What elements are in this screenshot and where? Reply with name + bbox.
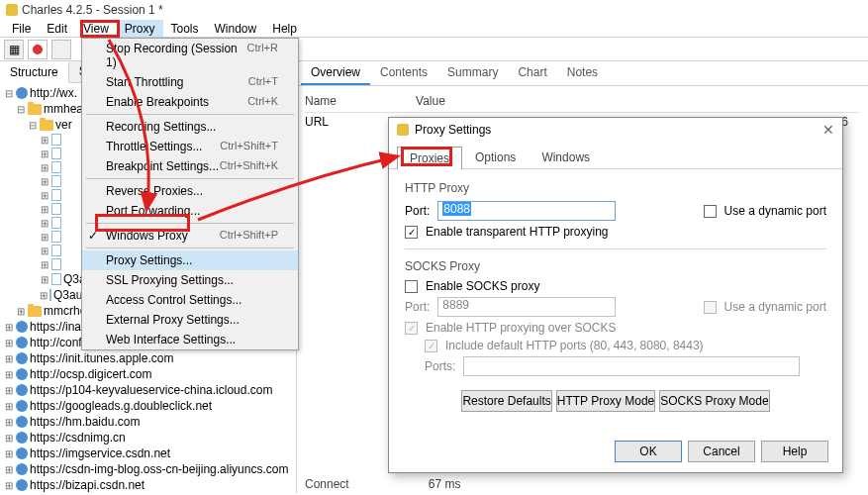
ok-button[interactable]: OK bbox=[615, 441, 682, 462]
tab-windows[interactable]: Windows bbox=[529, 146, 603, 168]
enable-socks-checkbox[interactable] bbox=[405, 280, 418, 293]
menu-shortcut: Ctrl+K bbox=[247, 95, 278, 109]
window-title: Charles 4.2.5 - Session 1 * bbox=[22, 3, 163, 17]
restore-defaults-button[interactable]: Restore Defaults bbox=[461, 390, 551, 412]
menu-edit[interactable]: Edit bbox=[39, 20, 75, 37]
tree-row[interactable]: ⊞https://googleads.g.doubleclick.net bbox=[4, 398, 292, 414]
tab-chart[interactable]: Chart bbox=[508, 61, 556, 85]
menu-item[interactable]: ✓Windows ProxyCtrl+Shift+P bbox=[82, 226, 298, 246]
cancel-button[interactable]: Cancel bbox=[688, 441, 755, 462]
menu-item[interactable]: Reverse Proxies... bbox=[82, 181, 298, 201]
page-icon bbox=[51, 217, 61, 229]
tab-notes[interactable]: Notes bbox=[557, 61, 608, 85]
close-icon[interactable]: ✕ bbox=[822, 122, 834, 138]
expander-icon[interactable]: ⊞ bbox=[40, 148, 49, 159]
expander-icon[interactable]: ⊞ bbox=[4, 353, 14, 364]
menu-item[interactable]: Start ThrottlingCtrl+T bbox=[82, 72, 298, 92]
menu-view[interactable]: View bbox=[75, 20, 117, 37]
menu-item[interactable]: SSL Proxying Settings... bbox=[82, 270, 298, 290]
tree-label: http://wx. bbox=[30, 86, 77, 100]
globe-icon bbox=[16, 447, 28, 459]
menu-item[interactable]: Proxy Settings... bbox=[82, 250, 298, 270]
expander-icon[interactable]: ⊞ bbox=[4, 322, 14, 333]
expander-icon[interactable]: ⊞ bbox=[40, 232, 49, 243]
menu-shortcut: Ctrl+R bbox=[247, 42, 278, 69]
tree-row[interactable]: ⊞https://init.itunes.apple.com bbox=[4, 350, 292, 366]
expander-icon[interactable]: ⊟ bbox=[28, 120, 38, 131]
expander-icon[interactable]: ⊞ bbox=[4, 385, 14, 396]
expander-icon[interactable]: ⊞ bbox=[40, 218, 49, 229]
tree-row[interactable]: ⊞https://csdn-img-blog.oss-cn-beijing.al… bbox=[4, 461, 292, 477]
expander-icon[interactable]: ⊞ bbox=[4, 480, 14, 491]
expander-icon[interactable]: ⊞ bbox=[40, 246, 49, 256]
tab-summary[interactable]: Summary bbox=[437, 61, 508, 85]
expander-icon[interactable]: ⊞ bbox=[40, 190, 49, 201]
expander-icon[interactable]: ⊞ bbox=[40, 135, 49, 146]
menu-item-label: SSL Proxying Settings... bbox=[106, 273, 234, 287]
toolbar-btn-icon[interactable] bbox=[51, 40, 71, 59]
expander-icon[interactable]: ⊟ bbox=[4, 88, 14, 99]
menu-item-label: Throttle Settings... bbox=[106, 140, 202, 153]
expander-icon[interactable]: ⊞ bbox=[40, 162, 49, 173]
http-port-input[interactable]: 8088 bbox=[437, 201, 616, 221]
menu-separator bbox=[86, 178, 294, 179]
menu-item[interactable]: Web Interface Settings... bbox=[82, 330, 298, 349]
menu-help[interactable]: Help bbox=[264, 20, 305, 37]
expander-icon[interactable]: ⊞ bbox=[4, 369, 14, 380]
tree-row[interactable]: ⊞https://hm.baidu.com bbox=[4, 414, 292, 430]
help-button[interactable]: Help bbox=[761, 441, 828, 462]
tree-row[interactable]: ⊞https://bizapi.csdn.net bbox=[4, 477, 292, 493]
expander-icon[interactable]: ⊞ bbox=[40, 274, 49, 285]
menu-item[interactable]: Enable BreakpointsCtrl+K bbox=[82, 92, 298, 112]
expander-icon[interactable]: ⊞ bbox=[4, 401, 14, 412]
expander-icon[interactable]: ⊞ bbox=[4, 338, 14, 348]
expander-icon[interactable]: ⊞ bbox=[40, 259, 49, 270]
dynamic-port-checkbox[interactable] bbox=[704, 205, 717, 218]
menu-proxy[interactable]: Proxy bbox=[117, 20, 163, 37]
menu-file[interactable]: File bbox=[4, 20, 39, 37]
tree-row[interactable]: ⊞https://csdnimg.cn bbox=[4, 430, 292, 446]
menu-item[interactable]: Access Control Settings... bbox=[82, 290, 298, 310]
menu-shortcut: Ctrl+Shift+K bbox=[220, 159, 278, 173]
tab-options[interactable]: Options bbox=[462, 146, 529, 168]
transparent-checkbox[interactable]: ✓ bbox=[405, 226, 418, 239]
menu-item[interactable]: Port Forwarding... bbox=[82, 201, 298, 221]
menu-window[interactable]: Window bbox=[207, 20, 265, 37]
globe-icon bbox=[16, 384, 28, 396]
expander-icon[interactable]: ⊞ bbox=[40, 176, 49, 187]
menu-tools[interactable]: Tools bbox=[163, 20, 207, 37]
expander-icon[interactable]: ⊞ bbox=[4, 448, 14, 459]
tab-overview[interactable]: Overview bbox=[301, 61, 370, 85]
tree-row[interactable]: ⊞http://ocsp.digicert.com bbox=[4, 366, 292, 382]
expander-icon[interactable]: ⊞ bbox=[4, 464, 14, 475]
menu-item[interactable]: Breakpoint Settings...Ctrl+Shift+K bbox=[82, 156, 298, 176]
expander-icon[interactable]: ⊟ bbox=[16, 104, 26, 115]
http-proxy-mode-button[interactable]: HTTP Proxy Mode bbox=[556, 390, 655, 412]
tab-contents[interactable]: Contents bbox=[370, 61, 437, 85]
socks-proxy-mode-button[interactable]: SOCKS Proxy Mode bbox=[659, 390, 769, 412]
menu-separator bbox=[86, 223, 294, 224]
dialog-titlebar[interactable]: Proxy Settings ✕ bbox=[389, 118, 842, 142]
menu-item-label: Access Control Settings... bbox=[106, 293, 241, 307]
toolbar-new-icon[interactable]: ▦ bbox=[4, 40, 24, 59]
ports-input bbox=[463, 356, 800, 376]
tree-row[interactable]: ⊞https://imgservice.csdn.net bbox=[4, 446, 292, 461]
menu-item[interactable]: Stop Recording (Session 1)Ctrl+R bbox=[82, 39, 298, 72]
tab-proxies[interactable]: Proxies bbox=[397, 147, 462, 169]
check-icon: ✓ bbox=[88, 229, 98, 243]
toolbar-record-icon[interactable] bbox=[28, 40, 48, 59]
right-tabs: Overview Contents Summary Chart Notes bbox=[297, 61, 868, 86]
expander-icon[interactable]: ⊞ bbox=[4, 433, 14, 444]
expander-icon[interactable]: ⊞ bbox=[16, 306, 26, 317]
menu-item[interactable]: Recording Settings... bbox=[82, 117, 298, 137]
tab-structure[interactable]: Structure bbox=[0, 62, 69, 83]
expander-icon[interactable]: ⊞ bbox=[40, 290, 48, 301]
page-icon bbox=[51, 245, 61, 256]
socks-title: SOCKS Proxy bbox=[405, 259, 826, 273]
folder-icon bbox=[28, 104, 42, 115]
expander-icon[interactable]: ⊞ bbox=[4, 417, 14, 428]
tree-row[interactable]: ⊞https://p104-keyvalueservice-china.iclo… bbox=[4, 382, 292, 398]
menu-item[interactable]: External Proxy Settings... bbox=[82, 310, 298, 330]
expander-icon[interactable]: ⊞ bbox=[40, 204, 49, 215]
menu-item[interactable]: Throttle Settings...Ctrl+Shift+T bbox=[82, 137, 298, 156]
